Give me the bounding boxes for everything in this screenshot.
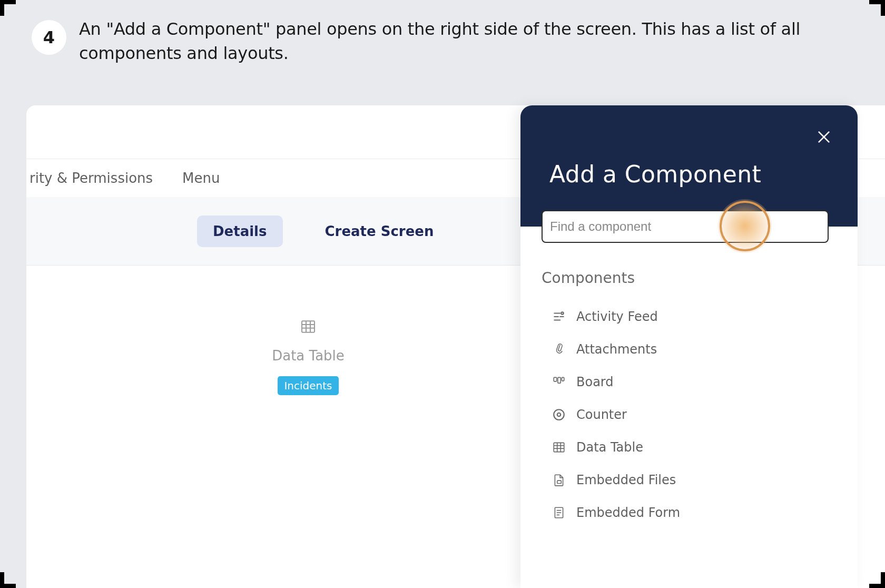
panel-body: Components Activity FeedAttachmentsBoard…	[520, 243, 858, 529]
component-item-label: Embedded Form	[576, 505, 680, 520]
file-icon	[552, 473, 566, 487]
crop-mark	[881, 572, 885, 588]
placeholder-tag: Incidents	[278, 376, 338, 395]
close-button[interactable]	[815, 129, 832, 145]
component-item-label: Activity Feed	[576, 309, 658, 324]
component-item-label: Counter	[576, 407, 627, 422]
crop-mark	[0, 572, 4, 588]
component-item-label: Attachments	[576, 342, 657, 357]
counter-icon	[552, 408, 566, 422]
attachment-icon	[552, 342, 566, 356]
table-icon	[552, 440, 566, 454]
activity-icon	[552, 310, 566, 324]
component-item-attachments[interactable]: Attachments	[542, 333, 837, 366]
component-item-activity-feed[interactable]: Activity Feed	[542, 300, 837, 333]
crop-mark	[0, 0, 4, 16]
components-section-label: Components	[542, 269, 837, 287]
component-list: Activity FeedAttachmentsBoardCounterData…	[542, 300, 837, 529]
component-item-label: Board	[576, 375, 614, 389]
step-number-badge: 4	[32, 20, 66, 55]
tab-create-screen[interactable]: Create Screen	[309, 215, 450, 247]
component-item-embedded-form[interactable]: Embedded Form	[542, 496, 837, 529]
component-item-counter[interactable]: Counter	[542, 398, 837, 431]
tab-details[interactable]: Details	[197, 215, 283, 247]
step-header: 4 An "Add a Component" panel opens on th…	[0, 0, 885, 76]
nav-item-menu[interactable]: Menu	[182, 170, 220, 186]
step-description: An "Add a Component" panel opens on the …	[79, 17, 853, 66]
table-icon	[300, 318, 317, 335]
component-item-board[interactable]: Board	[542, 366, 837, 398]
board-icon	[552, 375, 566, 389]
crop-mark	[881, 0, 885, 16]
form-icon	[552, 506, 566, 520]
component-item-data-table[interactable]: Data Table	[542, 431, 837, 464]
nav-item-permissions[interactable]: rity & Permissions	[30, 170, 153, 186]
placeholder-title: Data Table	[272, 348, 345, 364]
panel-header: Add a Component	[520, 105, 858, 227]
component-item-label: Embedded Files	[576, 473, 676, 487]
search-component-input[interactable]	[542, 210, 829, 243]
add-component-panel: Add a Component Components Activity Feed…	[520, 105, 858, 588]
placeholder-data-table[interactable]: Data Table Incidents	[26, 266, 590, 395]
close-icon	[815, 138, 832, 148]
component-item-label: Data Table	[576, 440, 643, 455]
panel-title: Add a Component	[549, 161, 761, 188]
component-item-embedded-files[interactable]: Embedded Files	[542, 464, 837, 496]
svg-rect-0	[302, 321, 314, 332]
